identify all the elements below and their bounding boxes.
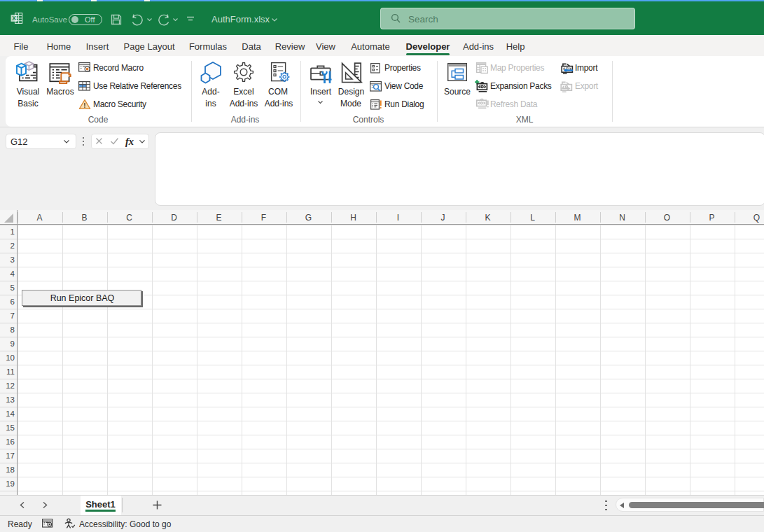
svg-text:X: X <box>12 15 16 22</box>
